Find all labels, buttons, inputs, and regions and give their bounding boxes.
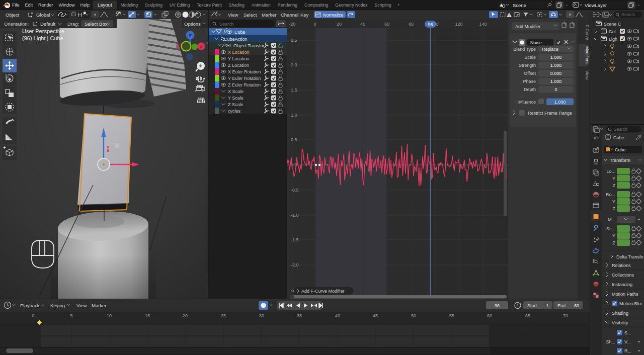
svg-text:Options: Options (184, 21, 201, 27)
svg-text:35: 35 (297, 313, 302, 318)
svg-text:Influence: Influence (517, 100, 536, 105)
svg-text:Instancing: Instancing (612, 282, 632, 287)
svg-text:ViewLayer: ViewLayer (585, 3, 607, 8)
svg-text:Ro...: Ro... (606, 192, 615, 197)
svg-text:Y Scale: Y Scale (228, 96, 244, 101)
svg-text:Select: Select (244, 12, 257, 18)
svg-text:0: 0 (313, 22, 316, 27)
svg-text:Select Box: Select Box (85, 21, 108, 27)
svg-text:5: 5 (70, 313, 72, 318)
svg-text:Global: Global (36, 12, 50, 18)
svg-text:Ligh: Ligh (609, 37, 617, 42)
svg-text:Object: Object (6, 12, 20, 18)
svg-text:X: X (200, 45, 203, 49)
svg-text:Z Location: Z Location (228, 63, 249, 68)
svg-text:0.5: 0.5 (291, 137, 297, 142)
svg-text:Phase: Phase (523, 79, 536, 84)
svg-text:X Euler Rotation: X Euler Rotation (228, 69, 261, 74)
svg-text:Object Transfor: Object Transfor (233, 43, 265, 48)
svg-text:Normalize: Normalize (323, 13, 344, 18)
svg-text:-1.0: -1.0 (291, 213, 299, 218)
svg-text:Playback: Playback (20, 303, 40, 308)
svg-text:Transform: Transform (610, 158, 630, 163)
svg-text:1.000: 1.000 (550, 79, 562, 84)
svg-text:Z: Z (613, 183, 616, 188)
svg-text:96: 96 (428, 22, 433, 27)
svg-text:Orientation:: Orientation: (4, 21, 29, 27)
svg-text:Search: Search (614, 127, 627, 132)
svg-text:Depth: Depth (524, 87, 536, 92)
svg-text:65: 65 (525, 313, 530, 318)
svg-text:S...: S... (624, 330, 631, 335)
svg-text:Y: Y (612, 233, 615, 238)
svg-text:140: 140 (479, 22, 487, 27)
svg-text:Y Euler Rotation: Y Euler Rotation (228, 76, 261, 81)
svg-text:End: End (557, 303, 566, 308)
svg-text:70: 70 (563, 313, 568, 318)
svg-text:(96) Light | Cube: (96) Light | Cube (22, 35, 63, 41)
svg-text:-20: -20 (289, 22, 295, 27)
svg-text:Z Scale: Z Scale (228, 102, 244, 107)
svg-text:Sc...: Sc... (606, 226, 615, 231)
svg-text:80: 80 (409, 22, 414, 27)
svg-text:R...: R... (624, 348, 631, 353)
svg-text:50: 50 (411, 313, 416, 318)
svg-text:40: 40 (360, 22, 365, 27)
svg-text:Search: Search (621, 12, 635, 17)
svg-text:Strength: Strength (519, 63, 536, 68)
svg-text:View: View (585, 70, 590, 80)
svg-text:Y Location: Y Location (228, 56, 249, 61)
svg-text:View: View (76, 303, 87, 308)
svg-text:60: 60 (384, 22, 389, 27)
svg-text:Visibility: Visibility (612, 320, 628, 325)
svg-text:60: 60 (487, 313, 492, 318)
svg-text:Cube: Cube (234, 30, 246, 35)
svg-text:Z Euler Rotation: Z Euler Rotation (228, 82, 261, 87)
svg-text:2.0: 2.0 (291, 62, 297, 67)
svg-text:Blend Type: Blend Type (513, 47, 536, 52)
svg-text:-0.5: -0.5 (291, 188, 299, 193)
svg-text:Marker: Marker (92, 303, 107, 308)
svg-text:Motion Paths: Motion Paths (612, 292, 638, 297)
svg-text:Delta Transfo: Delta Transfo (616, 254, 643, 259)
svg-text:Sh...: Sh... (606, 339, 615, 344)
svg-text:20: 20 (337, 22, 342, 27)
svg-text:Channel: Channel (281, 12, 298, 18)
svg-text:X Scale: X Scale (228, 89, 244, 94)
svg-text:1.000: 1.000 (550, 55, 562, 60)
svg-text:Search: Search (219, 22, 234, 27)
svg-text:1: 1 (546, 303, 548, 308)
svg-text:Start: Start (527, 303, 537, 308)
svg-text:60: 60 (574, 303, 579, 308)
svg-text:-1.5: -1.5 (291, 237, 299, 242)
svg-text:Z: Z (613, 206, 616, 211)
svg-text:Motion Blur: Motion Blur (619, 301, 642, 306)
svg-text:96: 96 (495, 303, 500, 308)
svg-text:Lo...: Lo... (606, 169, 615, 174)
svg-text:cycles: cycles (228, 109, 241, 114)
svg-text:Add Modifier: Add Modifier (515, 24, 541, 29)
svg-text:F-Curve: F-Curve (585, 25, 590, 40)
svg-text:2.5: 2.5 (291, 38, 297, 43)
svg-text:Scene: Scene (513, 3, 526, 8)
svg-text:Y: Y (612, 199, 615, 204)
svg-text:Relations: Relations (612, 263, 631, 268)
svg-text:Key: Key (300, 12, 309, 18)
svg-text:0: 0 (32, 313, 34, 318)
svg-text:View: View (228, 12, 238, 18)
svg-text:30: 30 (259, 313, 264, 318)
svg-text:Col: Col (609, 29, 616, 34)
svg-text:Collections: Collections (612, 273, 634, 278)
svg-text:1.0: 1.0 (291, 113, 297, 118)
svg-text:Cube: Cube (615, 147, 626, 152)
svg-text:Y: Y (612, 176, 615, 181)
svg-text:Add F-Curve Modifier: Add F-Curve Modifier (301, 289, 345, 294)
svg-text:-2.0: -2.0 (291, 262, 299, 268)
svg-text:Marker: Marker (262, 12, 277, 18)
svg-text:×: × (566, 3, 568, 8)
svg-text:25: 25 (221, 313, 226, 318)
svg-text:0.000: 0.000 (550, 71, 562, 76)
svg-text:Z: Z (189, 33, 192, 38)
svg-text:1.5: 1.5 (291, 87, 297, 93)
svg-text:15: 15 (145, 313, 150, 318)
